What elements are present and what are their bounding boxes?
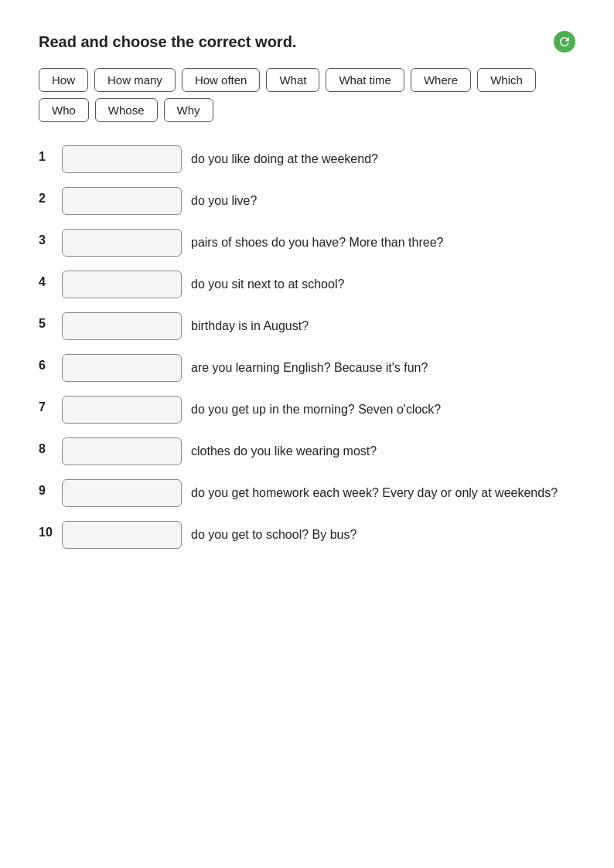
refresh-icon[interactable] [554, 31, 575, 53]
list-item: 8clothes do you like wearing most? [39, 437, 575, 465]
question-text: are you learning English? Because it's f… [191, 354, 428, 377]
question-number: 10 [39, 521, 62, 540]
question-text: do you get homework each week? Every day… [191, 479, 558, 502]
question-number: 5 [39, 312, 62, 331]
list-item: 3pairs of shoes do you have? More than t… [39, 229, 575, 257]
list-item: 7do you get up in the morning? Seven o'c… [39, 396, 575, 424]
list-item: 10do you get to school? By bus? [39, 521, 575, 549]
question-text: do you like doing at the weekend? [191, 145, 378, 168]
answer-input-box[interactable] [62, 396, 182, 424]
word-chip: Which [477, 68, 536, 92]
answer-input-box[interactable] [62, 145, 182, 173]
answer-input-box[interactable] [62, 312, 182, 340]
word-chip: Where [411, 68, 471, 92]
word-bank: HowHow manyHow oftenWhatWhat timeWhereWh… [39, 68, 575, 122]
list-item: 2do you live? [39, 187, 575, 215]
question-number: 6 [39, 354, 62, 373]
question-number: 9 [39, 479, 62, 498]
answer-input-box[interactable] [62, 437, 182, 465]
answer-input-box[interactable] [62, 187, 182, 215]
answer-input-box[interactable] [62, 521, 182, 549]
word-chip: How many [94, 68, 176, 92]
question-text: birthday is in August? [191, 312, 309, 335]
question-number: 7 [39, 396, 62, 414]
question-text: do you get up in the morning? Seven o'cl… [191, 396, 441, 419]
questions-list: 1do you like doing at the weekend?2do yo… [39, 145, 575, 549]
question-text: clothes do you like wearing most? [191, 437, 377, 461]
question-text: do you get to school? By bus? [191, 521, 356, 544]
question-number: 8 [39, 437, 62, 456]
word-chip: How [39, 68, 88, 92]
question-number: 3 [39, 229, 62, 247]
page-title: Read and choose the correct word. [39, 33, 296, 51]
word-chip: Who [39, 98, 89, 122]
answer-input-box[interactable] [62, 354, 182, 382]
answer-input-box[interactable] [62, 479, 182, 507]
list-item: 5birthday is in August? [39, 312, 575, 340]
list-item: 4do you sit next to at school? [39, 271, 575, 298]
question-text: do you live? [191, 187, 257, 210]
list-item: 9do you get homework each week? Every da… [39, 479, 575, 507]
question-number: 1 [39, 145, 62, 164]
question-text: pairs of shoes do you have? More than th… [191, 229, 443, 252]
list-item: 1do you like doing at the weekend? [39, 145, 575, 173]
answer-input-box[interactable] [62, 271, 182, 298]
question-text: do you sit next to at school? [191, 271, 344, 294]
word-chip: How often [182, 68, 261, 92]
word-chip: Whose [95, 98, 158, 122]
word-chip: What [266, 68, 319, 92]
word-chip: What time [326, 68, 404, 92]
answer-input-box[interactable] [62, 229, 182, 257]
question-number: 4 [39, 271, 62, 289]
question-number: 2 [39, 187, 62, 206]
word-chip: Why [164, 98, 213, 122]
list-item: 6are you learning English? Because it's … [39, 354, 575, 382]
